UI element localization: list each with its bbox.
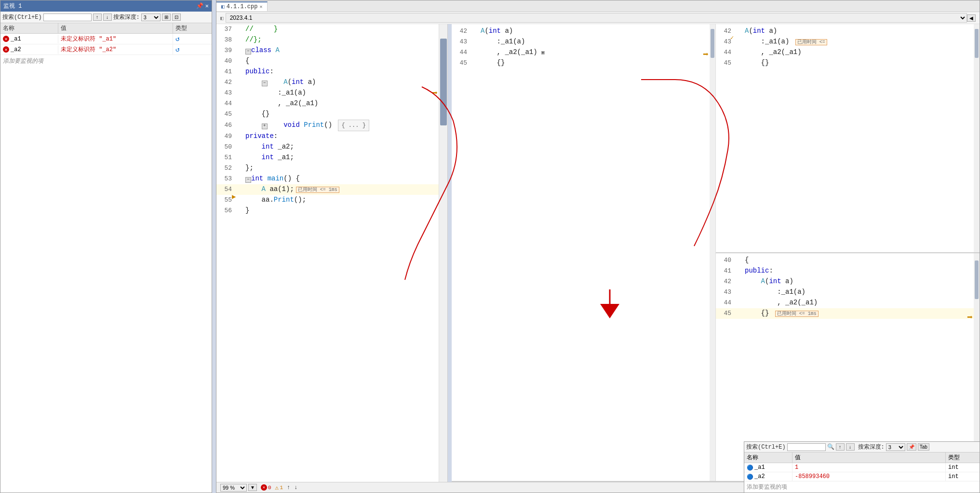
tab-icon: ◧ <box>221 3 225 10</box>
watch-col-value-header: 值 <box>58 23 173 33</box>
main-container: 监视 1 📌 ✕ 搜索(Ctrl+E) ↑ ↓ 搜索深度: 3 1 2 5 ⊞ … <box>0 0 980 493</box>
rp2b-content-40: { <box>743 255 980 265</box>
bw-row-a1: 🔵 _a1 1 int <box>744 463 980 472</box>
rp2b-num-45: 45 <box>716 309 735 318</box>
line-content-40: { <box>243 56 447 66</box>
time-badge-54: 已用时间 <= 1ms <box>296 187 339 193</box>
code-line-40: 40 { <box>216 56 447 67</box>
tab-close-icon[interactable]: ✕ <box>259 4 262 10</box>
collapse-39[interactable]: − <box>245 49 251 55</box>
rp2a-time-43: 已用时间 <= <box>795 39 827 45</box>
line-content-41: public: <box>243 67 447 77</box>
watch-panel-controls: 📌 ✕ <box>196 2 209 10</box>
watch-refresh-btn[interactable]: ⊡ <box>172 14 181 21</box>
bw-search-icon[interactable]: 🔍 <box>827 443 834 451</box>
search-down-btn[interactable]: ↓ <box>103 14 112 21</box>
zoom-select[interactable]: 99 % 100 % <box>220 484 247 492</box>
left-divider[interactable] <box>212 0 216 493</box>
code-line-52: 52 }; <box>216 163 447 174</box>
path-bar: ◧ 2023.4.1 ◀ <box>216 12 980 24</box>
watch-add-hint[interactable]: 添加要监视的项 <box>0 55 212 67</box>
rp2a-line-43: 43 :_a1(a) 已用时间 <= <box>716 37 980 47</box>
line-num-51: 51 <box>216 153 236 163</box>
line-num-39: 39 <box>216 46 236 55</box>
status-up-btn[interactable]: ↑ <box>287 484 290 491</box>
rp2b-line-44: 44 , _a2(_a1) <box>716 298 980 308</box>
watch-view-btn[interactable]: ⊞ <box>162 14 171 21</box>
rp2a-line-45: 45 {} <box>716 58 980 68</box>
line-content-43: :_a1(a) <box>243 88 447 98</box>
line-num-56: 56 <box>216 206 236 216</box>
rp2a-num-43: 43 <box>716 37 735 47</box>
bw-search-label: 搜索(Ctrl+E) <box>746 443 786 451</box>
rp2b-scroll-thumb <box>975 260 979 299</box>
main-scrollbar[interactable] <box>439 24 447 482</box>
watch-row-a2-type: ↺ <box>173 44 212 55</box>
rp1-scroll-thumb <box>711 29 714 58</box>
bw-down-btn[interactable]: ↓ <box>846 443 855 451</box>
scroll-thumb-main <box>440 39 447 125</box>
bw-tab-btn[interactable]: Tab <box>918 443 929 451</box>
watch-pin-icon[interactable]: 📌 <box>196 2 203 10</box>
rp1-content-45: {} <box>479 58 715 68</box>
watch-row-a1-type: ↺ <box>173 34 212 44</box>
refresh-a1-icon[interactable]: ↺ <box>175 35 179 43</box>
zoom-btn[interactable]: ▼ <box>248 484 257 491</box>
rp1-line-43: 43 :_a1(a) <box>452 37 715 47</box>
line-content-39: −class A <box>243 45 447 55</box>
rp1-arrow: ➡ <box>703 48 709 60</box>
rp1-line-44: 44 , _a2(_a1) ▣ <box>452 47 715 58</box>
collapse-53[interactable]: − <box>245 177 251 183</box>
rp1-num-43: 43 <box>452 37 471 47</box>
rp2b-content-42: A(int a) <box>743 276 980 287</box>
rp1-scrollbar[interactable] <box>710 24 715 481</box>
rp2b-line-40: 40 { <box>716 255 980 266</box>
center-divider[interactable] <box>448 24 452 482</box>
tab-label: 4.1.1.cpp <box>227 3 258 10</box>
line-content-45: {} <box>243 109 447 119</box>
bw-add-hint[interactable]: 添加要监视的项 <box>744 481 980 493</box>
line-num-53: 53 <box>216 174 236 184</box>
rp2b-num-41: 41 <box>716 266 735 276</box>
bw-depth-select[interactable]: 3 <box>886 443 905 451</box>
bw-header-value: 值 <box>792 452 946 463</box>
editor-tab-cpp[interactable]: ◧ 4.1.1.cpp ✕ <box>216 1 268 11</box>
rp1-content-42: A(int a) <box>479 26 715 36</box>
bw-type-a1: int <box>946 463 980 472</box>
rp1-note-44: ▣ <box>541 50 545 55</box>
bw-header-type: 类型 <box>946 452 980 463</box>
status-warning: ⚠ 1 <box>275 484 283 492</box>
rp2b-num-43: 43 <box>716 288 735 297</box>
refresh-a2-icon[interactable]: ↺ <box>175 45 179 54</box>
error-circle-icon: ✕ <box>261 484 267 491</box>
search-up-btn[interactable]: ↑ <box>93 14 102 21</box>
bw-pin-btn[interactable]: 📌 <box>907 443 916 451</box>
code-placeholder-46: { ... } <box>338 120 369 131</box>
watch-close-icon[interactable]: ✕ <box>205 2 209 10</box>
rp2b-content-43: :_a1(a) <box>743 287 980 297</box>
bw-up-btn[interactable]: ↑ <box>836 443 845 451</box>
line-content-55: aa.Print(); <box>243 195 447 205</box>
bw-label-a1: _a1 <box>754 464 765 471</box>
rp2a-num-45: 45 <box>716 58 735 68</box>
bw-search-input[interactable] <box>787 443 826 451</box>
watch-search-input[interactable] <box>43 14 92 21</box>
status-down-btn[interactable]: ↓ <box>294 484 297 491</box>
line-content-46: + void Print() { ... } <box>243 120 447 131</box>
watch-row-a2: ✕ _a2 未定义标识符 "_a2" ↺ <box>0 44 212 55</box>
right-panel-1-content: 42 A(int a) 43 :_a1(a) 44 <box>452 24 715 70</box>
watch-depth-select[interactable]: 3 1 2 5 <box>141 14 161 21</box>
line-content-51: int _a1; <box>243 152 447 163</box>
line-num-37: 37 <box>216 25 236 34</box>
path-select[interactable]: 2023.4.1 <box>226 13 967 23</box>
rp2b-content: 40 { 41 public: 42 <box>716 253 980 321</box>
rp2b-line-45: 45 {} 已用时间 <= 1ms <box>716 308 980 319</box>
collapse-42[interactable]: − <box>262 81 268 86</box>
code-content-main: 37 // } 38 //}; 39 −class A <box>216 24 447 216</box>
rp2a-scrollbar[interactable] <box>974 24 980 252</box>
bw-icon-a1: 🔵 <box>747 465 753 471</box>
bottom-watch-panel: 搜索(Ctrl+E) 🔍 ↑ ↓ 搜索深度: 3 📌 Tab 名称 值 类型 🔵… <box>744 441 980 493</box>
path-nav-btn[interactable]: ◀ <box>967 14 976 22</box>
line-content-37: // } <box>243 24 447 34</box>
collapse-46[interactable]: + <box>262 123 268 129</box>
